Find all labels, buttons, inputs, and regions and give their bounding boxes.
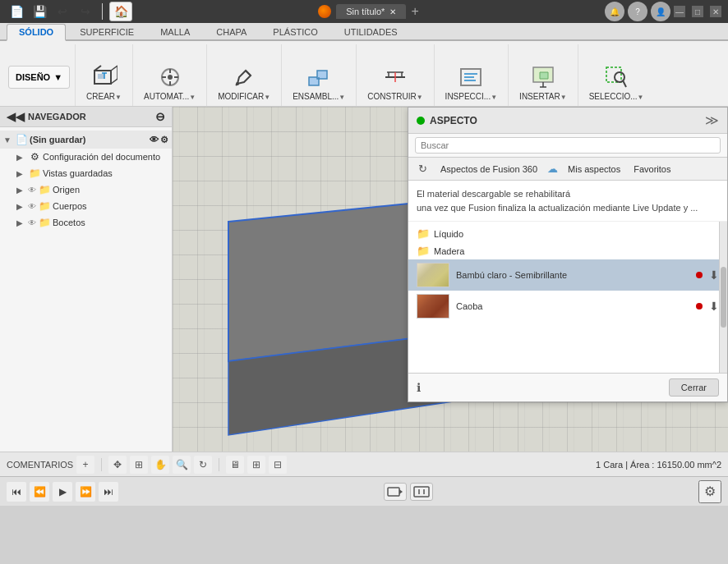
cloud-icon: ☁ bbox=[547, 163, 558, 175]
bambu-name: Bambú claro - Semibrillante bbox=[456, 270, 689, 280]
window-controls: — □ ✕ bbox=[674, 6, 721, 17]
redo-button[interactable]: ↪ bbox=[76, 2, 95, 21]
record-btn-2[interactable] bbox=[410, 483, 433, 501]
go-last-button[interactable]: ⏭ bbox=[99, 482, 118, 502]
bambu-download-button[interactable]: ⬇ bbox=[709, 268, 719, 282]
root-eye-icon[interactable]: 👁 bbox=[150, 135, 159, 144]
cuerpos-eye-icon[interactable]: 👁 bbox=[28, 202, 36, 211]
aspect-search-input[interactable] bbox=[415, 137, 721, 154]
caoba-download-button[interactable]: ⬇ bbox=[709, 300, 719, 313]
tab-malla[interactable]: MALLA bbox=[148, 24, 202, 39]
tree-item-cuerpos[interactable]: ▶ 👁 📁 Cuerpos bbox=[13, 198, 172, 214]
tab-utilidades[interactable]: UTILIDADES bbox=[332, 24, 410, 39]
snap-button[interactable]: ⊟ bbox=[269, 456, 287, 474]
play-button[interactable]: ▶ bbox=[53, 482, 72, 502]
design-dropdown-button[interactable]: DISEÑO ▼ bbox=[8, 66, 70, 89]
seleccio-items: SELECCIO...▼ bbox=[583, 44, 650, 106]
seleccio-button[interactable]: SELECCIO...▼ bbox=[583, 60, 650, 106]
undo-button[interactable]: ↩ bbox=[53, 2, 72, 21]
origen-arrow: ▶ bbox=[16, 186, 26, 195]
fusion-aspects-button[interactable]: Aspectos de Fusion 360 bbox=[437, 163, 541, 176]
aspect-close-button[interactable]: Cerrar bbox=[669, 378, 719, 397]
inspecci-items: INSPECCI...▼ bbox=[440, 44, 504, 106]
tab-bar: Sin título* ✕ + bbox=[336, 4, 418, 19]
tree-item-root[interactable]: ▼ 📄 (Sin guardar) 👁 ⚙ bbox=[0, 131, 172, 149]
navigator-panel: ◀◀ NAVEGADOR ⊖ ▼ 📄 (Sin guardar) 👁 ⚙ ▶ ⚙… bbox=[0, 107, 173, 452]
favorites-button[interactable]: Favoritos bbox=[630, 163, 674, 176]
my-aspects-button[interactable]: Mis aspectos bbox=[564, 163, 624, 176]
modificar-items: MODIFICAR▼ bbox=[212, 44, 276, 106]
refresh-button[interactable]: ↻ bbox=[415, 161, 431, 177]
tree-item-vistas[interactable]: ▶ 📁 Vistas guardadas bbox=[13, 165, 172, 181]
aspect-folder-liquido[interactable]: 📁 Líquido bbox=[408, 225, 727, 242]
crear-button[interactable]: CREAR▼ bbox=[81, 60, 127, 106]
design-arrow: ▼ bbox=[53, 72, 62, 82]
aspect-header: ASPECTO ≫ bbox=[408, 108, 727, 134]
tab-solido[interactable]: SÓLIDO bbox=[7, 24, 66, 41]
tab-plastico[interactable]: PLÁSTICO bbox=[260, 24, 329, 39]
bottom-settings-button[interactable]: ⚙ bbox=[698, 480, 721, 503]
origen-eye-icon[interactable]: 👁 bbox=[28, 186, 36, 195]
help-button[interactable]: ? bbox=[628, 2, 647, 21]
aspect-scrollbar[interactable] bbox=[719, 222, 727, 373]
notification-button[interactable]: 🔔 bbox=[605, 2, 624, 21]
go-first-button[interactable]: ⏮ bbox=[7, 482, 26, 502]
ensambl-icon bbox=[306, 64, 332, 90]
viewport[interactable]: INIC IZQ DER ASPECTO ≫ ↻ bbox=[173, 107, 728, 452]
tab-chapa[interactable]: CHAPA bbox=[204, 24, 259, 39]
cuerpos-folder-icon: 📁 bbox=[38, 199, 51, 213]
display-mode-button[interactable]: 🖥 bbox=[226, 456, 244, 474]
layout-button[interactable]: ⊞ bbox=[130, 456, 148, 474]
account-button[interactable]: 👤 bbox=[651, 2, 670, 21]
maximize-button[interactable]: □ bbox=[692, 6, 703, 17]
ribbon-group-construir: CONSTRUIR▼ bbox=[357, 44, 434, 106]
tree-item-config[interactable]: ▶ ⚙ Configuración del documento bbox=[13, 149, 172, 165]
go-next-button[interactable]: ⏩ bbox=[76, 482, 95, 502]
bocetos-eye-icon[interactable]: 👁 bbox=[28, 218, 36, 227]
folder-liquido-icon: 📁 bbox=[417, 227, 430, 240]
orbit-button[interactable]: ↻ bbox=[194, 456, 212, 474]
minimize-button[interactable]: — bbox=[674, 6, 685, 17]
home-button[interactable]: 🏠 bbox=[109, 2, 132, 21]
aspect-item-bambu[interactable]: Bambú claro - Semibrillante ⬇ bbox=[408, 259, 727, 291]
pan-button[interactable]: ✋ bbox=[151, 456, 169, 474]
save-button[interactable]: 💾 bbox=[30, 2, 49, 21]
move-button[interactable]: ✥ bbox=[108, 456, 127, 474]
ensambl-button[interactable]: ENSAMBL...▼ bbox=[287, 60, 351, 106]
inspecci-button[interactable]: INSPECCI...▼ bbox=[440, 60, 504, 106]
navigator-prev-icon[interactable]: ◀◀ bbox=[7, 110, 25, 123]
ribbon-group-automat: AUTOMAT...▼ bbox=[133, 44, 207, 106]
aspect-expand-button[interactable]: ≫ bbox=[705, 112, 719, 128]
construir-button[interactable]: CONSTRUIR▼ bbox=[362, 60, 428, 106]
info-icon[interactable]: ℹ bbox=[417, 381, 421, 394]
aspect-item-caoba[interactable]: Caoba ⬇ bbox=[408, 291, 727, 322]
tree-item-bocetos[interactable]: ▶ 👁 📁 Bocetos bbox=[13, 214, 172, 231]
tab-close-button[interactable]: ✕ bbox=[389, 7, 396, 16]
crear-items: CREAR▼ bbox=[81, 44, 127, 106]
close-button[interactable]: ✕ bbox=[710, 6, 721, 17]
new-file-button[interactable]: 📄 bbox=[7, 2, 26, 21]
tree-item-origen[interactable]: ▶ 👁 📁 Origen bbox=[13, 181, 172, 198]
insertar-button[interactable]: INSERTAR▼ bbox=[514, 60, 573, 106]
status-left: COMENTARIOS + ✥ ⊞ ✋ 🔍 ↻ 🖥 ⊞ ⊟ bbox=[7, 456, 287, 474]
grid-button[interactable]: ⊞ bbox=[247, 456, 265, 474]
go-prev-button[interactable]: ⏪ bbox=[30, 482, 49, 502]
modificar-icon bbox=[231, 64, 257, 90]
automat-button[interactable]: AUTOMAT...▼ bbox=[138, 60, 201, 106]
cuerpos-label: Cuerpos bbox=[53, 201, 168, 211]
navigator-close-icon[interactable]: ⊖ bbox=[155, 110, 165, 123]
app-tab[interactable]: Sin título* ✕ bbox=[336, 4, 406, 19]
root-gear-icon[interactable]: ⚙ bbox=[160, 135, 168, 145]
record-btn-1[interactable] bbox=[384, 483, 407, 501]
add-comment-button[interactable]: + bbox=[76, 456, 94, 474]
folder-madera-label: Madera bbox=[434, 246, 464, 256]
navigator-title: NAVEGADOR bbox=[28, 112, 86, 122]
aspect-folder-madera[interactable]: 📁 Madera bbox=[408, 242, 727, 259]
zoom-button[interactable]: 🔍 bbox=[173, 456, 191, 474]
new-tab-button[interactable]: + bbox=[411, 4, 418, 19]
svg-line-2 bbox=[111, 66, 117, 71]
tab-superficie[interactable]: SUPERFICIE bbox=[67, 24, 146, 39]
modificar-button[interactable]: MODIFICAR▼ bbox=[212, 60, 276, 106]
ribbon-content: DISEÑO ▼ bbox=[0, 41, 728, 107]
config-gear-icon: ⚙ bbox=[28, 150, 41, 163]
